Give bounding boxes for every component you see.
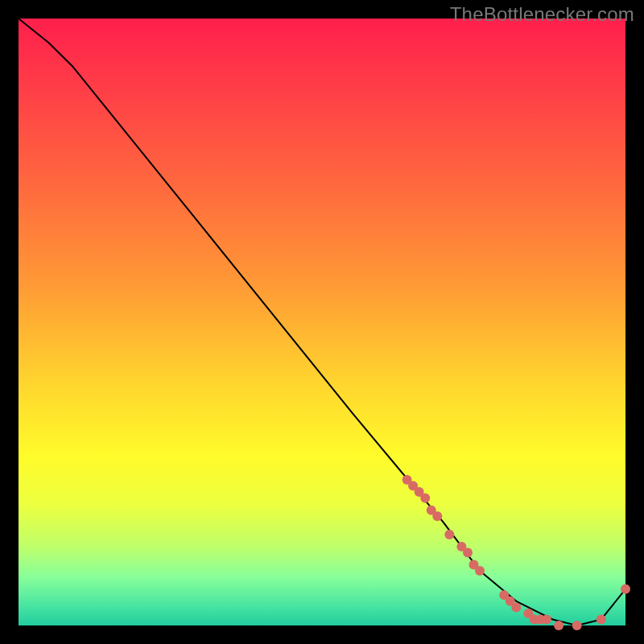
highlight-markers: [402, 475, 630, 630]
plot-area: [19, 19, 625, 625]
highlight-marker: [432, 511, 442, 521]
highlight-marker: [463, 548, 473, 558]
highlight-marker: [475, 566, 485, 576]
bottleneck-curve: [19, 19, 625, 625]
highlight-marker: [572, 621, 582, 630]
highlight-marker: [597, 615, 606, 625]
highlight-marker: [554, 621, 564, 630]
highlight-marker: [542, 615, 551, 625]
highlight-marker: [511, 602, 521, 612]
highlight-marker: [444, 530, 454, 539]
highlight-marker: [621, 584, 630, 594]
chart-overlay-svg: [19, 19, 625, 625]
highlight-marker: [420, 493, 430, 503]
attribution-label: TheBottlenecker.com: [450, 3, 634, 26]
chart-frame: TheBottlenecker.com: [0, 0, 644, 644]
